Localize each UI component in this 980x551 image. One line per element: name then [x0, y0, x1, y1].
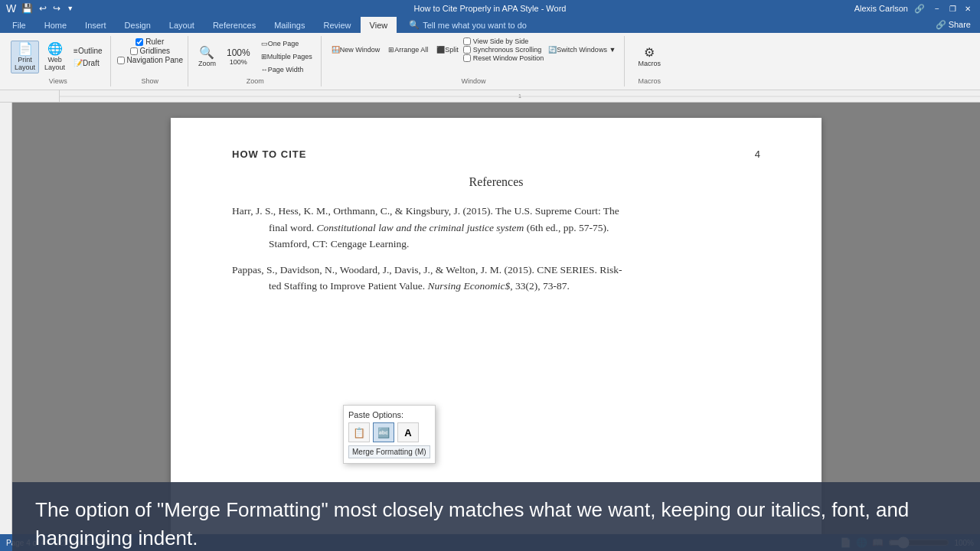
ribbon-group-window: 🪟 New Window ⊞ Arrange All ⬛ Split View … — [323, 36, 626, 86]
ribbon-group-macros: ⚙ Macros Macros — [626, 36, 672, 86]
zoom-button[interactable]: 🔍 Zoom — [194, 44, 220, 70]
svg-rect-0 — [60, 99, 980, 102]
paste-merge-button[interactable]: 🔤 — [373, 422, 394, 442]
gridlines-checkbox[interactable] — [130, 47, 138, 55]
draft-button[interactable]: 📝 Draft — [70, 57, 106, 69]
quick-access-save-icon[interactable]: 💾 — [21, 3, 33, 14]
macros-button[interactable]: ⚙ Macros — [635, 44, 665, 70]
macros-buttons: ⚙ Macros — [635, 37, 665, 76]
paste-popup: Paste Options: 📋 🔤 A Merge Formatting (M… — [343, 405, 436, 464]
draft-label: Draft — [83, 59, 100, 67]
print-layout-button[interactable]: 📄 PrintLayout — [11, 41, 39, 73]
ribbon-tabs: File Home Insert Design Layout Reference… — [0, 17, 980, 33]
arrange-all-button[interactable]: ⊞ Arrange All — [384, 44, 432, 56]
ruler-checkbox-item[interactable]: Ruler — [136, 37, 164, 46]
one-page-label: One Page — [268, 40, 299, 47]
reset-pos-checkbox[interactable] — [463, 54, 471, 62]
ref1-continuation: final word. Constitutional law and the c… — [232, 220, 760, 236]
one-page-button[interactable]: ▭ One Page — [257, 37, 316, 50]
side-by-side-item[interactable]: View Side by Side — [463, 37, 544, 45]
outline-button[interactable]: ≡ Outline — [70, 45, 106, 57]
nav-pane-label: Navigation Pane — [127, 56, 183, 64]
views-buttons: 📄 PrintLayout 🌐 WebLayout ≡ Outline 📝 Dr… — [11, 37, 106, 76]
tab-layout[interactable]: Layout — [160, 17, 204, 33]
macros-icon: ⚙ — [644, 47, 655, 59]
tab-design[interactable]: Design — [116, 17, 160, 33]
title-bar-title: How to Cite Properly in APA Style - Word — [414, 4, 567, 13]
quick-access-dropdown-icon[interactable]: ▼ — [67, 5, 74, 12]
gridlines-label: Gridlines — [140, 47, 170, 55]
split-label: Split — [445, 46, 459, 54]
nav-pane-checkbox-item[interactable]: Navigation Pane — [117, 56, 183, 64]
ribbon: File Home Insert Design Layout Reference… — [0, 17, 980, 90]
tooltip-banner: The option of "Merge Formatting" most cl… — [12, 482, 980, 551]
user-name: Alexis Carlson — [854, 4, 908, 13]
sync-scroll-item[interactable]: Synchronous Scrolling — [463, 46, 544, 54]
new-window-button[interactable]: 🪟 New Window — [328, 44, 384, 56]
reference-entry-1: Harr, J. S., Hess, K. M., Orthmann, C., … — [232, 203, 760, 253]
print-layout-icon: 📄 — [18, 43, 33, 55]
nav-pane-checkbox[interactable] — [117, 57, 125, 64]
tell-me-box[interactable]: 🔍 Tell me what you want to do — [403, 17, 533, 33]
vertical-ruler — [0, 103, 12, 551]
minimize-button[interactable]: − — [931, 3, 943, 14]
zoom-buttons: 🔍 Zoom 100% 100% ▭ One Page ⊞ Multiple P… — [194, 37, 316, 76]
paste-text-only-button[interactable]: A — [397, 422, 419, 442]
sync-scroll-label: Synchronous Scrolling — [473, 46, 542, 54]
reset-pos-item[interactable]: Reset Window Position — [463, 54, 544, 62]
tab-home[interactable]: Home — [35, 17, 76, 33]
references-section: References Harr, J. S., Hess, K. M., Ort… — [232, 175, 760, 295]
quick-access-redo-icon[interactable]: ↪ — [53, 3, 60, 14]
tab-review[interactable]: Review — [315, 17, 361, 33]
one-page-icon: ▭ — [261, 40, 268, 47]
paste-keep-source-button[interactable]: 📋 — [348, 422, 370, 442]
split-button[interactable]: ⬛ Split — [433, 44, 462, 56]
macros-group-label: Macros — [639, 77, 662, 85]
show-checkboxes: Ruler Gridlines Navigation Pane — [117, 37, 183, 76]
sync-scroll-checkbox[interactable] — [463, 46, 471, 54]
tab-mailings[interactable]: Mailings — [265, 17, 314, 33]
ribbon-group-views: 📄 PrintLayout 🌐 WebLayout ≡ Outline 📝 Dr… — [6, 36, 111, 86]
ribbon-group-show: Ruler Gridlines Navigation Pane Show — [113, 36, 188, 86]
ribbon-group-zoom: 🔍 Zoom 100% 100% ▭ One Page ⊞ Multiple P… — [190, 36, 322, 86]
svg-text:1: 1 — [518, 93, 521, 99]
arrange-icon: ⊞ — [388, 46, 394, 54]
zoom-group-label: Zoom — [247, 77, 264, 85]
tab-insert[interactable]: Insert — [76, 17, 116, 33]
zoom-100-icon: 100% — [227, 48, 250, 57]
horizontal-ruler: 1 — [60, 90, 980, 103]
multiple-pages-button[interactable]: ⊞ Multiple Pages — [257, 51, 316, 63]
restore-button[interactable]: ❐ — [946, 3, 959, 14]
close-button[interactable]: ✕ — [962, 3, 974, 14]
tell-me-label: Tell me what you want to do — [423, 21, 527, 30]
switch-windows-label: Switch Windows ▼ — [557, 46, 616, 54]
share-button[interactable]: 🔗 Share — [926, 17, 980, 33]
switch-windows-button[interactable]: 🔄 Switch Windows ▼ — [544, 44, 619, 56]
page-width-icon: ↔ — [261, 66, 268, 73]
side-by-side-checkbox[interactable] — [463, 37, 471, 45]
ruler-svg: 1 — [60, 90, 980, 102]
references-title: References — [232, 175, 760, 189]
paste-source-icon: 📋 — [353, 427, 365, 439]
page-area: 4 HOW TO CITE References Harr, J. S., He… — [0, 103, 980, 551]
paste-options-header: Paste Options: — [348, 410, 430, 419]
tab-file[interactable]: File — [3, 17, 35, 33]
ref1-italic: Constitutional law and the criminal just… — [317, 222, 524, 233]
document-area[interactable]: 4 HOW TO CITE References Harr, J. S., He… — [12, 103, 980, 551]
ref1-authors: Harr, J. S., Hess, K. M., Orthmann, C., … — [232, 205, 619, 217]
tab-references[interactable]: References — [204, 17, 265, 33]
tab-view[interactable]: View — [361, 17, 397, 33]
quick-access-undo-icon[interactable]: ↩ — [39, 3, 47, 14]
page-number: 4 — [755, 148, 760, 160]
share-icon[interactable]: 🔗 — [914, 4, 925, 14]
multiple-pages-label: Multiple Pages — [267, 53, 312, 60]
paste-merge-label: Merge Formatting (M) — [348, 445, 430, 458]
ref1-publisher: Stamford, CT: Cengage Learning. — [232, 236, 760, 253]
gridlines-checkbox-item[interactable]: Gridlines — [130, 47, 170, 55]
page-width-button[interactable]: ↔ Page Width — [257, 64, 316, 76]
ruler-checkbox[interactable] — [136, 38, 143, 46]
web-layout-button[interactable]: 🌐 WebLayout — [41, 41, 69, 73]
zoom-100-button[interactable]: 100% 100% — [223, 46, 254, 68]
ruler-area: 1 — [0, 90, 980, 103]
zoom-icon: 🔍 — [199, 47, 214, 59]
